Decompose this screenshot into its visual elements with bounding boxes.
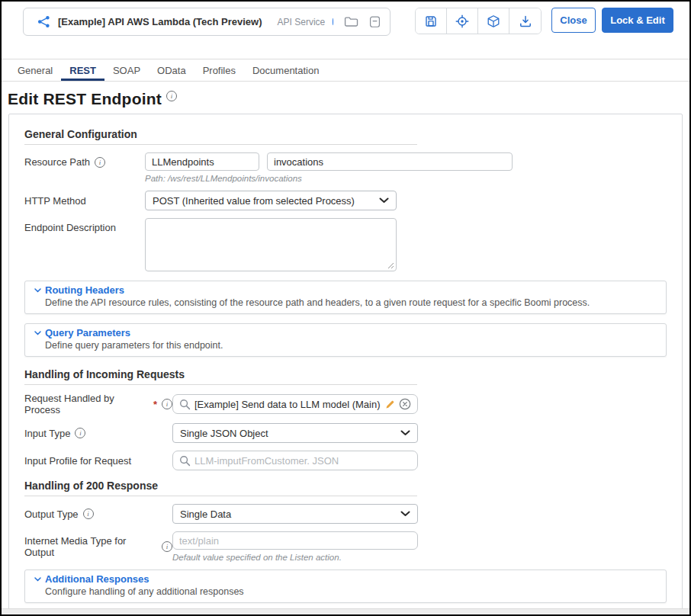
query-parameters-description: Define query parameters for this endpoin… — [45, 340, 657, 351]
routing-headers-box: Routing Headers Define the API resource … — [24, 281, 667, 314]
required-mark: * — [153, 399, 157, 410]
chevron-down-icon — [379, 197, 389, 204]
process-value-input[interactable] — [194, 399, 381, 410]
output-type-select[interactable]: Single Data — [172, 504, 418, 524]
endpoint-description-row: Endpoint Description — [24, 218, 667, 271]
lock-and-edit-button[interactable]: Lock & Edit — [602, 8, 673, 33]
header: [Example] API AWS Lambda (Tech Preview) … — [2, 2, 689, 47]
resource-path-row: Resource Path Path: /ws/rest/LLMendpoint… — [24, 152, 667, 183]
output-type-label: Output Type — [24, 509, 79, 520]
search-icon — [179, 455, 191, 467]
output-type-info-icon[interactable] — [83, 509, 94, 519]
resource-path-hint: Path: /ws/rest/LLMendpoints/invocations — [145, 174, 513, 183]
header-toolbar — [415, 8, 542, 34]
input-type-select[interactable]: Single JSON Object — [172, 423, 418, 443]
resource-path-input-1[interactable] — [145, 152, 259, 171]
save-icon — [424, 14, 438, 28]
http-method-value: POST (Inherited value from selected Proc… — [153, 195, 379, 207]
toolbar-test-button[interactable] — [447, 8, 478, 34]
additional-responses-box: Additional Responses Configure handling … — [24, 569, 667, 603]
package-icon — [487, 14, 500, 28]
app-window: [Example] API AWS Lambda (Tech Preview) … — [0, 0, 691, 616]
toolbar-download-button[interactable] — [509, 8, 541, 34]
toolbar-save-button[interactable] — [416, 8, 447, 34]
chevron-down-icon — [34, 288, 41, 293]
routing-headers-title: Routing Headers — [45, 284, 124, 297]
input-type-value: Single JSON Object — [180, 428, 400, 439]
component-card: [Example] API AWS Lambda (Tech Preview) … — [23, 8, 390, 36]
toolbar-package-button[interactable] — [478, 8, 509, 34]
search-icon — [179, 399, 191, 410]
routing-headers-description: Define the API resource rules, consistin… — [45, 297, 657, 309]
download-icon — [519, 14, 532, 28]
media-type-input[interactable] — [172, 531, 418, 550]
media-type-row: Internet Media Type for Output Default v… — [24, 531, 667, 562]
endpoint-description-label: Endpoint Description — [24, 222, 116, 233]
folder-icon[interactable] — [344, 16, 358, 27]
input-type-label: Input Type — [24, 428, 70, 439]
chevron-down-icon — [34, 331, 41, 335]
input-profile-label: Input Profile for Request — [24, 455, 131, 467]
input-profile-row: Input Profile for Request — [24, 451, 667, 470]
endpoint-description-textarea[interactable] — [146, 219, 396, 271]
section-general-configuration: General Configuration — [24, 128, 417, 145]
close-button[interactable]: Close — [551, 8, 596, 33]
input-profile-picker[interactable] — [172, 451, 418, 470]
http-method-select[interactable]: POST (Inherited value from selected Proc… — [145, 191, 397, 210]
input-type-info-icon[interactable] — [75, 428, 85, 438]
tabbar: General REST SOAP OData Profiles Documen… — [2, 59, 689, 82]
edit-pencil-icon[interactable] — [385, 399, 395, 409]
chevron-down-icon — [400, 511, 410, 517]
tab-general[interactable]: General — [9, 59, 61, 81]
input-profile-input[interactable] — [194, 455, 411, 467]
tab-soap[interactable]: SOAP — [104, 59, 149, 81]
input-type-row: Input Type Single JSON Object — [24, 423, 667, 443]
tab-rest[interactable]: REST — [61, 59, 104, 81]
component-title: [Example] API AWS Lambda (Tech Preview) — [58, 16, 262, 27]
http-method-label: HTTP Method — [24, 195, 86, 207]
media-type-label: Internet Media Type for Output — [24, 535, 157, 558]
info-dot-icon[interactable] — [333, 18, 333, 25]
clipboard-icon[interactable] — [369, 15, 381, 28]
additional-responses-toggle[interactable]: Additional Responses — [34, 573, 657, 586]
api-share-icon — [37, 15, 50, 28]
http-method-row: HTTP Method POST (Inherited value from s… — [24, 191, 667, 210]
chevron-down-icon — [400, 430, 410, 436]
section-200-response: Handling of 200 Response — [24, 480, 417, 496]
edit-rest-endpoint-panel: General Configuration Resource Path Path… — [8, 114, 683, 616]
resource-path-input-2[interactable] — [267, 152, 513, 171]
component-type-label: API Service — [278, 17, 326, 27]
process-label: Request Handled by Process — [24, 393, 152, 415]
process-info-icon[interactable] — [162, 399, 172, 409]
process-row: Request Handled by Process* — [24, 393, 667, 415]
tab-documentation[interactable]: Documentation — [244, 59, 327, 81]
routing-headers-toggle[interactable]: Routing Headers — [34, 284, 657, 297]
remove-circle-icon[interactable] — [399, 398, 411, 410]
process-picker[interactable] — [172, 394, 418, 414]
resize-handle[interactable] — [387, 262, 394, 269]
bottom-panel-edge — [2, 608, 689, 614]
page-title-info-icon[interactable] — [166, 91, 177, 101]
resource-path-info-icon[interactable] — [95, 157, 105, 168]
resource-path-label: Resource Path — [24, 156, 90, 168]
target-icon — [455, 14, 469, 28]
query-parameters-title: Query Parameters — [45, 327, 130, 339]
additional-responses-description: Configure handling of any additional res… — [45, 586, 657, 598]
page-title: Edit REST Endpoint — [8, 90, 162, 108]
media-type-hint: Default value specified on the Listen ac… — [172, 553, 418, 562]
chevron-down-icon — [34, 577, 41, 582]
query-parameters-box: Query Parameters Define query parameters… — [24, 323, 667, 357]
output-type-row: Output Type Single Data — [24, 504, 667, 524]
media-type-info-icon[interactable] — [162, 541, 172, 552]
output-type-value: Single Data — [180, 509, 400, 520]
tab-odata[interactable]: OData — [149, 59, 194, 81]
additional-responses-title: Additional Responses — [45, 573, 149, 586]
tab-profiles[interactable]: Profiles — [194, 59, 244, 81]
query-parameters-toggle[interactable]: Query Parameters — [34, 327, 657, 339]
section-incoming-requests: Handling of Incoming Requests — [24, 368, 417, 385]
